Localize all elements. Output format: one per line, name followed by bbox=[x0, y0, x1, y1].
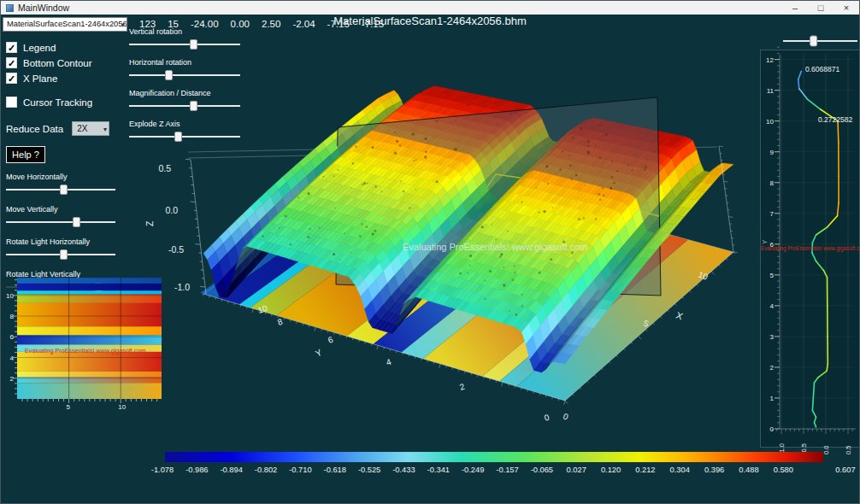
svg-text:2: 2 bbox=[458, 382, 466, 392]
z-profile-panel: 1211109876543210-1.0-0.50.00.5ZY0.606887… bbox=[760, 29, 860, 458]
slider[interactable] bbox=[6, 184, 115, 196]
svg-text:2: 2 bbox=[770, 364, 775, 372]
checkbox-label: Legend bbox=[23, 43, 56, 53]
svg-text:12: 12 bbox=[766, 56, 774, 64]
slider-label: Move Vertically bbox=[6, 205, 127, 214]
slider-group-magnification-distance: Magnification / Distance bbox=[129, 89, 244, 112]
svg-text:6: 6 bbox=[10, 333, 15, 341]
checkbox-row-x-plane[interactable]: ✓X Plane bbox=[6, 73, 127, 84]
profile-y-axis-title: Y bbox=[761, 239, 769, 244]
svg-text:8: 8 bbox=[770, 179, 775, 187]
slider[interactable] bbox=[129, 131, 240, 143]
svg-text:8: 8 bbox=[10, 313, 15, 320]
profile-slider[interactable] bbox=[783, 36, 857, 46]
slider-thumb[interactable] bbox=[60, 185, 68, 195]
reduce-data-combobox[interactable]: 2X ▾ bbox=[72, 121, 109, 136]
slider-group-move-vertically: Move Vertically bbox=[6, 205, 127, 228]
slider-track[interactable] bbox=[129, 105, 240, 107]
slider-thumb[interactable] bbox=[810, 36, 817, 46]
svg-text:0: 0 bbox=[543, 413, 551, 423]
svg-text:4: 4 bbox=[10, 355, 15, 362]
checkbox-unchecked-icon[interactable] bbox=[6, 97, 17, 108]
main-window: MainWindow – □ × 0.50.0-0.5-1.0Z1086420Y… bbox=[0, 0, 860, 504]
help-button[interactable]: Help ? bbox=[6, 146, 45, 163]
slider-group-explode-z-axis: Explode Z Axis bbox=[129, 120, 244, 143]
slider-thumb[interactable] bbox=[174, 132, 182, 142]
chevron-down-icon: ▾ bbox=[103, 123, 107, 136]
slider-track[interactable] bbox=[129, 136, 240, 138]
evaluation-watermark: Evaluating ProEssentials! www.gigasoft.c… bbox=[25, 347, 145, 355]
checkbox-row-cursor-tracking[interactable]: Cursor Tracking bbox=[6, 97, 127, 108]
checkbox-checked-icon[interactable]: ✓ bbox=[6, 73, 17, 84]
color-scale-label: -0.986 bbox=[186, 466, 208, 474]
slider-label: Magnification / Distance bbox=[129, 89, 244, 97]
svg-text:3: 3 bbox=[770, 333, 775, 341]
reduce-data-label: Reduce Data bbox=[6, 124, 63, 134]
color-scale-label: -0.249 bbox=[462, 466, 484, 474]
svg-text:5: 5 bbox=[770, 272, 775, 279]
y-axis-title: Y bbox=[314, 347, 323, 359]
svg-text:11: 11 bbox=[767, 87, 775, 95]
slider-group-vertical-rotation: Vertical rotation bbox=[129, 27, 244, 50]
color-scale-label: 0.580 bbox=[774, 466, 793, 474]
slider-label: Rotate Light Horizontally bbox=[6, 237, 127, 246]
svg-text:2: 2 bbox=[10, 375, 15, 383]
svg-text:0.5: 0.5 bbox=[158, 163, 171, 173]
svg-text:1: 1 bbox=[770, 395, 775, 402]
slider-track[interactable] bbox=[129, 74, 240, 76]
slider-thumb[interactable] bbox=[190, 101, 197, 111]
slider-group-move-horizontally: Move Horizontally bbox=[6, 173, 127, 196]
slider-label: Vertical rotation bbox=[129, 27, 244, 36]
slider[interactable] bbox=[6, 249, 115, 261]
slider-group-rotate-light-horizontally: Rotate Light Horizontally bbox=[6, 237, 127, 261]
color-scale-label: -0.525 bbox=[358, 466, 380, 474]
slider[interactable] bbox=[129, 69, 240, 81]
x-axis-title: X bbox=[674, 310, 685, 322]
color-scale-label: 0.304 bbox=[670, 466, 690, 474]
svg-text:0: 0 bbox=[770, 425, 775, 433]
evaluation-watermark: Evaluating ProEssentials! www.gigasoft.c… bbox=[761, 245, 860, 252]
reduce-data-value: 2X bbox=[77, 124, 87, 133]
color-scale-label: -0.341 bbox=[427, 466, 450, 474]
slider-track[interactable] bbox=[6, 221, 115, 223]
svg-text:4: 4 bbox=[385, 357, 392, 367]
slider-label: Move Horizontally bbox=[6, 173, 127, 181]
slider-thumb[interactable] bbox=[73, 217, 80, 227]
color-scale-label: -1.078 bbox=[151, 466, 174, 474]
slider-label: Horizontal rotation bbox=[129, 58, 244, 67]
slider[interactable] bbox=[129, 100, 240, 112]
page-title: MaterialSurfaceScan1-2464x2056.bhm bbox=[1, 15, 859, 27]
evaluation-watermark: Evaluating ProEssentials! www.gigasoft.c… bbox=[403, 242, 587, 252]
slider-thumb[interactable] bbox=[165, 70, 173, 80]
color-scale-label: -0.618 bbox=[324, 466, 346, 474]
slider[interactable] bbox=[129, 38, 240, 50]
color-scale-label: -0.894 bbox=[221, 466, 243, 474]
color-scale-label: 0.607 bbox=[835, 466, 855, 474]
rotation-slider-panel: Vertical rotationHorizontal rotationMagn… bbox=[129, 27, 244, 150]
slider[interactable] bbox=[6, 216, 115, 228]
color-scale-label: 0.027 bbox=[567, 466, 586, 474]
checkbox-row-legend[interactable]: ✓Legend bbox=[6, 42, 127, 53]
checkbox-checked-icon[interactable]: ✓ bbox=[6, 57, 17, 68]
checkbox-label: X Plane bbox=[23, 73, 57, 84]
svg-text:7: 7 bbox=[770, 210, 775, 218]
svg-text:-1.0: -1.0 bbox=[174, 282, 190, 292]
svg-text:0: 0 bbox=[562, 412, 569, 422]
slider-track[interactable] bbox=[129, 44, 240, 45]
color-scale-label: -0.433 bbox=[392, 466, 415, 474]
color-scale-label: 0.488 bbox=[739, 466, 758, 474]
checkbox-checked-icon[interactable]: ✓ bbox=[6, 42, 17, 53]
color-scale-legend: -1.078-0.986-0.894-0.802-0.710-0.618-0.5… bbox=[1, 448, 860, 479]
svg-text:10: 10 bbox=[118, 403, 126, 411]
reduce-data-row: Reduce Data 2X ▾ bbox=[6, 121, 127, 136]
color-scale-label: -0.157 bbox=[496, 466, 518, 474]
svg-text:6: 6 bbox=[327, 335, 334, 345]
svg-text:4: 4 bbox=[770, 302, 775, 310]
checkbox-row-bottom-contour[interactable]: ✓Bottom Contour bbox=[6, 57, 127, 68]
svg-text:0.0: 0.0 bbox=[165, 205, 178, 215]
svg-text:-0.5: -0.5 bbox=[168, 244, 184, 255]
slider-thumb[interactable] bbox=[190, 39, 197, 50]
slider-label: Explode Z Axis bbox=[129, 120, 244, 128]
color-scale-bar bbox=[165, 452, 823, 462]
slider-thumb[interactable] bbox=[60, 249, 68, 260]
